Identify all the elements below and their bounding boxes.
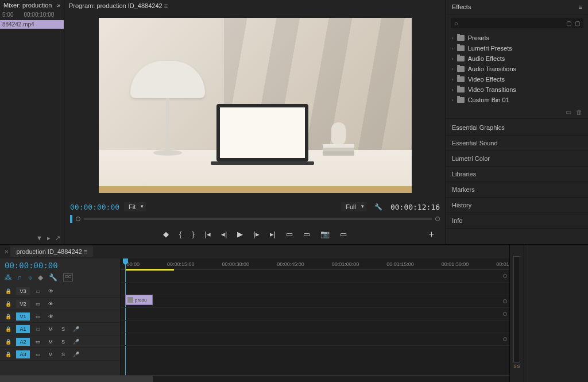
filter-icon[interactable]: ▼ xyxy=(36,234,42,242)
tree-item-audio-transitions[interactable]: ›Audio Transitions xyxy=(446,64,588,74)
marker-tool-icon[interactable]: ◆ xyxy=(38,273,43,281)
timeline-tracks[interactable]: :00:00 00:00:15:00 00:00:30:00 00:00:45:… xyxy=(121,258,509,375)
lift-icon[interactable]: ▭ xyxy=(286,230,293,238)
tree-item-video-transitions[interactable]: ›Video Transitions xyxy=(446,84,588,95)
panel-libraries[interactable]: Libraries xyxy=(446,167,588,182)
solo-button[interactable]: S xyxy=(59,350,68,358)
export-frame-icon[interactable]: 📷 xyxy=(320,230,330,238)
effects-search[interactable]: ⌕ ▢ ▢ xyxy=(451,18,583,28)
fx-badge-icon[interactable]: ▢ xyxy=(566,20,571,26)
sequence-tab[interactable]: production ID_4884242 ≡ xyxy=(10,246,93,257)
linked-selection-icon[interactable]: ⟐ xyxy=(28,273,32,281)
mute-button[interactable]: M xyxy=(46,338,55,346)
solo-indicator: S xyxy=(513,364,516,369)
lock-icon[interactable]: 🔒 xyxy=(3,325,13,333)
toggle-output-icon[interactable]: ▭ xyxy=(33,287,42,295)
track-label-v1[interactable]: V1 xyxy=(16,312,30,321)
go-to-in-icon[interactable]: |◂ xyxy=(205,230,211,238)
clip-thumb-icon xyxy=(127,297,133,303)
effects-title: Effects xyxy=(452,3,471,10)
tree-item-audio-effects[interactable]: ›Audio Effects xyxy=(446,53,588,64)
track-a2[interactable]: 🔒 A2 ▭ M S 🎤 xyxy=(0,335,120,348)
tree-item-custom-bin[interactable]: ›Custom Bin 01 xyxy=(446,95,588,105)
folder-icon xyxy=(457,66,465,72)
track-label-a2[interactable]: A2 xyxy=(16,338,30,346)
settings-wrench-icon[interactable]: 🔧 xyxy=(374,203,382,211)
tree-item-presets[interactable]: ›Presets xyxy=(446,33,588,43)
mute-button[interactable]: M xyxy=(46,325,55,333)
mute-button[interactable]: M xyxy=(46,350,55,358)
toggle-output-icon[interactable]: ▭ xyxy=(33,338,42,346)
panel-essential-sound[interactable]: Essential Sound xyxy=(446,136,588,151)
program-timecode-current[interactable]: 00:00:00:00 xyxy=(70,203,119,211)
comparison-icon[interactable]: ▭ xyxy=(340,230,347,238)
out-bracket-icon[interactable]: } xyxy=(192,230,194,238)
track-v2[interactable]: 🔒 V2 ▭ 👁 xyxy=(0,298,120,310)
panel-info[interactable]: Info xyxy=(446,213,588,229)
resolution-dropdown[interactable]: Full xyxy=(341,202,366,211)
track-a3[interactable]: 🔒 A3 ▭ M S 🎤 xyxy=(0,348,120,361)
lock-icon[interactable]: 🔒 xyxy=(3,287,13,295)
extract-icon[interactable]: ▭ xyxy=(303,230,310,238)
lock-icon[interactable]: 🔒 xyxy=(3,300,13,308)
button-editor-icon[interactable]: + xyxy=(429,229,434,240)
mark-in-icon[interactable]: ◆ xyxy=(163,230,169,238)
eye-icon[interactable]: 👁 xyxy=(46,312,55,321)
step-forward-icon[interactable]: |▸ xyxy=(253,230,259,238)
track-label-a1[interactable]: A1 xyxy=(16,325,30,333)
new-item-icon[interactable]: ▸ xyxy=(47,234,51,242)
track-v1[interactable]: 🔒 V1 ▭ 👁 xyxy=(0,310,120,323)
solo-button[interactable]: S xyxy=(59,338,68,346)
expand-chevrons-icon[interactable]: » xyxy=(57,2,60,9)
time-ruler[interactable]: :00:00 00:00:15:00 00:00:30:00 00:00:45:… xyxy=(121,258,509,270)
panel-lumetri-color[interactable]: Lumetri Color xyxy=(446,151,588,167)
video-preview[interactable] xyxy=(99,18,412,193)
magnet-icon[interactable]: ∩ xyxy=(17,273,22,281)
voice-record-icon[interactable]: 🎤 xyxy=(71,325,80,333)
delete-icon[interactable]: 🗑 xyxy=(576,109,582,116)
new-bin-icon[interactable]: ▭ xyxy=(566,109,571,116)
eye-icon[interactable]: 👁 xyxy=(46,287,55,295)
voice-record-icon[interactable]: 🎤 xyxy=(71,350,80,358)
panel-essential-graphics[interactable]: Essential Graphics xyxy=(446,120,588,136)
toggle-output-icon[interactable]: ▭ xyxy=(33,312,42,321)
play-icon[interactable]: ▶ xyxy=(237,230,243,238)
cc-icon[interactable]: CC xyxy=(63,273,74,281)
export-icon[interactable]: ↗ xyxy=(55,234,60,242)
panel-history[interactable]: History xyxy=(446,198,588,213)
source-clip[interactable]: 884242.mp4 xyxy=(0,20,64,29)
zoom-fit-dropdown[interactable]: Fit xyxy=(124,202,146,211)
go-to-out-icon[interactable]: ▸| xyxy=(270,230,276,238)
lock-icon[interactable]: 🔒 xyxy=(3,338,13,346)
track-v3[interactable]: 🔒 V3 ▭ 👁 xyxy=(0,285,120,298)
toggle-output-icon[interactable]: ▭ xyxy=(33,325,42,333)
close-tab-icon[interactable]: × xyxy=(5,248,8,255)
track-label-v2[interactable]: V2 xyxy=(16,300,30,308)
toggle-output-icon[interactable]: ▭ xyxy=(33,300,42,308)
snap-icon[interactable]: ⁂ xyxy=(5,273,11,281)
panel-menu-icon[interactable]: ≡ xyxy=(579,3,582,10)
playhead-icon[interactable] xyxy=(70,215,72,223)
timeline-timecode[interactable]: 00:00:00:00 xyxy=(0,258,120,272)
audio-meter[interactable] xyxy=(513,256,520,362)
toggle-output-icon[interactable]: ▭ xyxy=(33,350,42,358)
panel-markers[interactable]: Markers xyxy=(446,182,588,198)
tree-item-video-effects[interactable]: ›Video Effects xyxy=(446,74,588,84)
track-label-a3[interactable]: A3 xyxy=(16,350,30,358)
eye-icon[interactable]: 👁 xyxy=(46,300,55,308)
wrench-icon[interactable]: 🔧 xyxy=(49,273,57,281)
track-a1[interactable]: 🔒 A1 ▭ M S 🎤 xyxy=(0,323,120,335)
solo-button[interactable]: S xyxy=(59,325,68,333)
track-label-v3[interactable]: V3 xyxy=(16,287,30,295)
timeline-scrollbar[interactable] xyxy=(0,375,509,382)
accel-badge-icon[interactable]: ▢ xyxy=(575,20,580,26)
in-bracket-icon[interactable]: { xyxy=(179,230,181,238)
effects-search-input[interactable] xyxy=(461,20,566,26)
step-back-icon[interactable]: ◂| xyxy=(221,230,227,238)
lock-icon[interactable]: 🔒 xyxy=(3,312,13,321)
tree-item-lumetri-presets[interactable]: ›Lumetri Presets xyxy=(446,43,588,53)
program-scrubber[interactable] xyxy=(70,215,440,223)
timeline-clip[interactable]: produ xyxy=(125,295,153,305)
voice-record-icon[interactable]: 🎤 xyxy=(71,338,80,346)
lock-icon[interactable]: 🔒 xyxy=(3,350,13,358)
